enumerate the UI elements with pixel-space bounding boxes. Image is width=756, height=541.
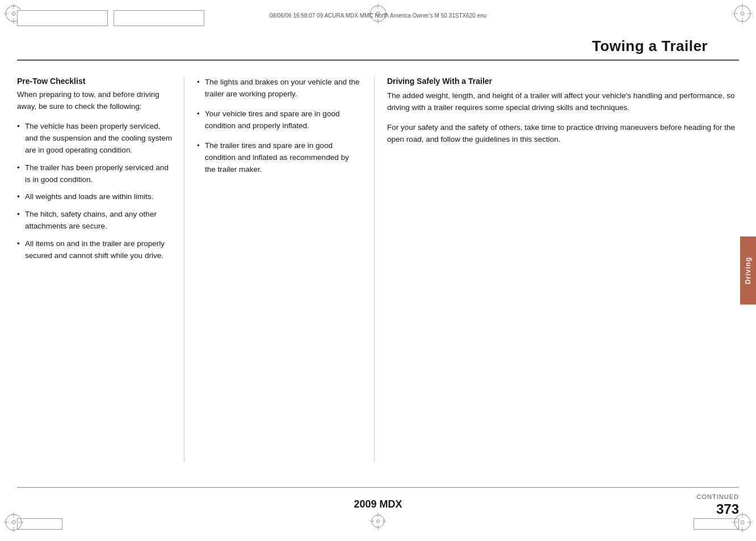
right-column: Driving Safely With a Trailer The added … bbox=[375, 77, 739, 462]
footer-model: 2009 MDX bbox=[354, 498, 402, 510]
pre-tow-checklist-title: Pre-Tow Checklist bbox=[17, 77, 173, 86]
main-content: Pre-Tow Checklist When preparing to tow,… bbox=[17, 77, 739, 462]
middle-column: The lights and brakes on your vehicle an… bbox=[184, 77, 375, 462]
list-item: All items on and in the trailer are prop… bbox=[17, 238, 173, 262]
driving-safely-paragraph2: For your safety and the safety of others… bbox=[387, 122, 739, 146]
page-container: 08/06/06 16:58:07 09 ACURA MDX MMC North… bbox=[0, 0, 756, 541]
footer-divider bbox=[17, 487, 739, 488]
footer-right: CONTINUED 373 bbox=[694, 493, 739, 530]
header-box-1 bbox=[17, 10, 108, 26]
list-item: The hitch, safety chains, and any other … bbox=[17, 209, 173, 233]
list-item: The lights and brakes on your vehicle an… bbox=[197, 77, 362, 100]
footer-content: 2009 MDX CONTINUED 373 bbox=[17, 493, 739, 530]
crosshair-footer-center bbox=[369, 513, 387, 530]
header-box-2 bbox=[114, 10, 204, 26]
list-item: The trailer has been properly serviced a… bbox=[17, 162, 173, 186]
footer-center: 2009 MDX bbox=[354, 498, 402, 530]
driving-side-tab: Driving bbox=[740, 236, 756, 305]
middle-checklist: The lights and brakes on your vehicle an… bbox=[197, 77, 362, 175]
svg-point-31 bbox=[376, 520, 379, 523]
side-tab-label: Driving bbox=[744, 257, 752, 284]
pre-tow-intro: When preparing to tow, and before drivin… bbox=[17, 89, 173, 113]
left-checklist: The vehicle has been properly serviced, … bbox=[17, 121, 173, 262]
list-item: The vehicle has been properly serviced, … bbox=[17, 121, 173, 157]
driving-safely-title: Driving Safely With a Trailer bbox=[387, 77, 739, 86]
list-item: All weights and loads are within limits. bbox=[17, 191, 173, 203]
header: 08/06/06 16:58:07 09 ACURA MDX MMC North… bbox=[0, 0, 756, 26]
list-item: The trailer tires and spare are in good … bbox=[197, 140, 362, 176]
footer: 2009 MDX CONTINUED 373 bbox=[0, 487, 756, 541]
left-column: Pre-Tow Checklist When preparing to tow,… bbox=[17, 77, 184, 462]
driving-safely-paragraph1: The added weight, length, and height of … bbox=[387, 90, 739, 114]
header-left-boxes bbox=[17, 10, 204, 26]
list-item: Your vehicle tires and spare are in good… bbox=[197, 108, 362, 132]
footer-continued: CONTINUED bbox=[697, 493, 739, 500]
footer-left-box bbox=[17, 518, 62, 530]
footer-page-number: 373 bbox=[716, 501, 739, 517]
page-title-area: Towing a Trailer bbox=[17, 26, 739, 61]
page-title: Towing a Trailer bbox=[17, 37, 708, 55]
footer-right-box bbox=[694, 518, 739, 530]
header-meta-text: 08/06/06 16:58:07 09 ACURA MDX MMC North… bbox=[270, 12, 487, 19]
